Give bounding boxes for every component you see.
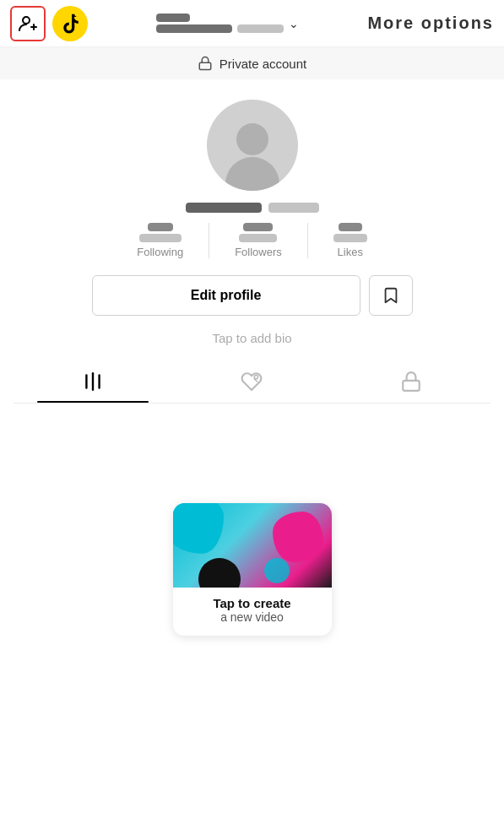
avatar-body: [225, 157, 279, 191]
bookmark-icon: [382, 286, 400, 305]
bookmark-button[interactable]: [369, 275, 413, 316]
username-bar-bottom: [156, 24, 232, 33]
more-options-button[interactable]: More options: [367, 14, 494, 33]
followers-bar1: [243, 223, 273, 231]
stat-following[interactable]: Following: [111, 223, 209, 258]
avatar-head: [236, 123, 268, 155]
create-video-line1: Tap to create: [183, 596, 322, 610]
blob-cyan: [173, 503, 224, 554]
grid-icon: [82, 371, 104, 393]
following-value: [139, 223, 182, 242]
profile-section: Following Followers Likes Edit profile T…: [0, 79, 504, 417]
create-video-card[interactable]: Tap to create a new video: [173, 503, 332, 636]
followers-label: Followers: [235, 246, 282, 258]
edit-profile-button[interactable]: Edit profile: [92, 275, 360, 316]
svg-point-0: [23, 17, 30, 24]
chevron-down-icon: ⌄: [289, 17, 299, 30]
avatar: [207, 100, 298, 191]
tab-liked[interactable]: [172, 359, 331, 403]
username-block: [156, 14, 284, 33]
username-bar-extra: [237, 24, 284, 33]
create-video-illustration: [173, 503, 332, 588]
content-area: Tap to create a new video: [0, 417, 504, 670]
following-bar2: [139, 234, 182, 242]
tabs-row: [14, 359, 490, 404]
header-left: [10, 6, 88, 41]
display-username-bar2: [268, 203, 319, 213]
username-bar-top: [156, 14, 190, 22]
lock-icon: [198, 56, 213, 71]
lock-private-icon: [400, 371, 422, 393]
following-label: Following: [137, 246, 183, 258]
heart-icon: [241, 371, 263, 393]
likes-bar2: [333, 234, 367, 242]
blob-pink: [273, 512, 323, 562]
stat-likes[interactable]: Likes: [308, 223, 393, 258]
private-account-label: Private account: [219, 57, 306, 71]
create-video-line2: a new video: [183, 610, 322, 624]
stat-followers[interactable]: Followers: [209, 223, 308, 258]
followers-bar2: [239, 234, 277, 242]
likes-label: Likes: [338, 246, 363, 258]
svg-rect-3: [199, 62, 211, 69]
header: ⌄ More options: [0, 0, 504, 47]
likes-bar1: [339, 223, 362, 231]
followers-value: [239, 223, 277, 242]
display-username-bar: [186, 203, 262, 213]
bio-placeholder[interactable]: Tap to add bio: [212, 331, 291, 345]
tab-private[interactable]: [332, 359, 490, 403]
svg-rect-9: [403, 381, 420, 391]
create-video-text: Tap to create a new video: [173, 588, 332, 636]
add-user-button[interactable]: [10, 6, 46, 41]
blob-dark: [198, 558, 241, 588]
username-dropdown[interactable]: ⌄: [156, 14, 299, 33]
action-buttons-row: Edit profile: [92, 275, 413, 316]
username-row: [186, 203, 319, 213]
tiktok-icon: [59, 13, 81, 35]
following-bar1: [148, 223, 173, 231]
header-center: ⌄: [156, 14, 299, 33]
avatar-silhouette: [225, 123, 279, 191]
add-user-icon: [18, 14, 38, 34]
svg-point-8: [255, 375, 258, 378]
blob-cyan2: [264, 558, 290, 583]
likes-value: [333, 223, 367, 242]
username-display: [14, 203, 490, 213]
tiktok-logo-button[interactable]: [52, 6, 88, 41]
stats-row: Following Followers Likes: [14, 223, 490, 258]
private-account-banner: Private account: [0, 47, 504, 79]
tab-videos[interactable]: [14, 359, 172, 403]
